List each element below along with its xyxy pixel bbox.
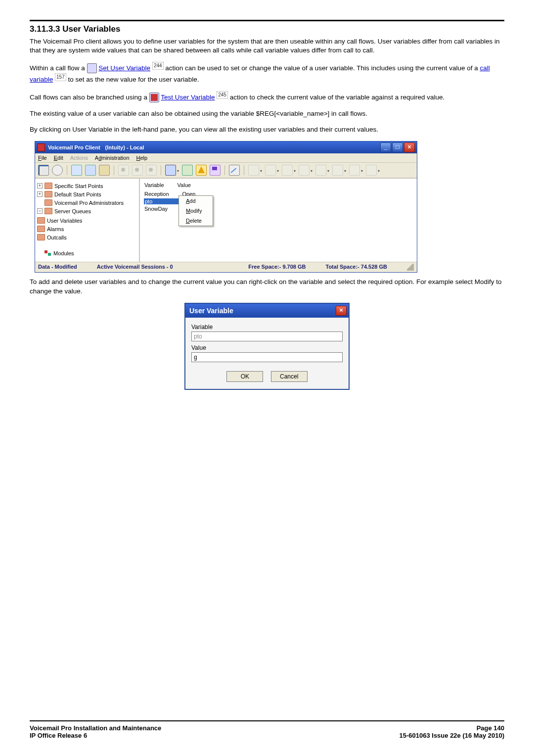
p2-b: action can be used to set or change the … (165, 64, 480, 72)
expand-icon[interactable]: + (37, 191, 43, 197)
config-actions-icon[interactable] (282, 165, 296, 176)
telephony-actions-icon[interactable] (299, 165, 312, 176)
tree-modules[interactable]: Modules (37, 249, 137, 257)
paragraph-5: By clicking on User Variable in the left… (30, 125, 504, 134)
col-value: Value (177, 182, 203, 189)
cancel-button[interactable]: Cancel (271, 371, 308, 382)
folder-icon (37, 226, 45, 232)
tree-outcalls[interactable]: Outcalls (37, 233, 137, 241)
paragraph-3: Call flows can also be branched using a … (30, 91, 504, 102)
label-value: Value (191, 344, 343, 351)
resize-grip-icon[interactable] (407, 264, 414, 271)
user-edit-icon (132, 165, 143, 176)
maximize-button[interactable]: □ (392, 142, 403, 152)
folder-icon (44, 208, 52, 214)
connector-tool[interactable] (165, 165, 179, 176)
toolbar-separator (244, 165, 244, 175)
app-subtitle: (Intuity) - Local (105, 144, 144, 150)
app-window: Voicemail Pro Client (Intuity) - Local _… (35, 141, 417, 273)
footer-rule (30, 720, 504, 721)
menu-administration[interactable]: Administration (95, 155, 130, 161)
p3-b: action to check the current value of the… (230, 94, 445, 101)
toolbar-separator (67, 165, 67, 175)
ok-button[interactable]: OK (226, 371, 263, 382)
dialog-close-button[interactable]: × (336, 306, 347, 316)
folder-icon (37, 234, 45, 240)
paste-icon[interactable] (99, 165, 110, 176)
menu-edit[interactable]: Edit (54, 155, 63, 161)
user-add-icon (118, 165, 129, 176)
tree-server-queues[interactable]: − Server Queues (37, 207, 137, 215)
tree-label: Modules (53, 250, 74, 256)
context-menu: Add Modify Delete (178, 195, 213, 226)
cut-icon[interactable] (71, 165, 82, 176)
page-ref-157: 157 (55, 73, 66, 81)
flag-icon[interactable] (210, 165, 221, 176)
app-icon (37, 143, 45, 151)
input-value[interactable] (191, 352, 343, 362)
ctx-modify[interactable]: Modify (179, 206, 213, 216)
tree-label: Voicemail Pro Administrators (54, 200, 124, 206)
variable-list-pane: Variable Value Reception Open pto SnowDa… (140, 179, 417, 262)
statusbar: Data - Modified Active Voicemail Session… (35, 262, 417, 272)
folder-icon (44, 199, 52, 206)
save-icon[interactable] (38, 165, 49, 176)
copy-icon[interactable] (85, 165, 96, 176)
status-data: Data - Modified (38, 264, 77, 271)
tree-specific-start-points[interactable]: + Specific Start Points (37, 182, 137, 190)
variable-header: Variable Value (143, 181, 204, 189)
tree-label: Outcalls (47, 235, 67, 240)
preferences-icon[interactable] (52, 165, 63, 176)
app-title: Voicemail Pro Client (48, 144, 100, 150)
set-user-variable-link[interactable]: Set User Variable (98, 64, 150, 72)
test-user-variable-link[interactable]: Test User Variable (161, 94, 215, 101)
condition-actions-icon[interactable] (332, 165, 346, 176)
collapse-icon[interactable]: − (37, 208, 43, 214)
menubar: File Edit Actions Administration Help (35, 153, 417, 163)
footer: Voicemail Pro Installation and Maintenan… (30, 724, 504, 739)
tree-user-variables[interactable]: User Variables (37, 216, 137, 225)
status-total-space: Total Space:- 74.528 GB (325, 264, 387, 271)
warning-icon[interactable] (196, 165, 207, 176)
cell-variable: Reception (144, 190, 181, 197)
paragraph-6: To add and delete user variables and to … (30, 278, 504, 295)
tree-alarms[interactable]: Alarms (37, 225, 137, 233)
label-variable: Variable (191, 324, 343, 331)
ctx-delete[interactable]: Delete (179, 216, 213, 226)
modules-icon (44, 250, 51, 256)
user-variable-dialog: User Variable × Variable Value OK Cancel (184, 303, 350, 390)
pencil-icon[interactable] (229, 165, 240, 176)
menu-help[interactable]: Help (136, 155, 148, 161)
menu-file[interactable]: File (38, 155, 47, 161)
dialog-titlebar: User Variable × (185, 304, 349, 318)
close-button[interactable]: × (404, 142, 415, 152)
toolbar-separator (114, 165, 114, 175)
menu-actions: Actions (70, 155, 88, 161)
user-delete-icon (146, 165, 157, 176)
folder-icon (37, 217, 45, 224)
test-user-variable-icon (149, 93, 159, 102)
tree-label: Server Queues (54, 208, 91, 214)
misc-actions-icon[interactable] (315, 165, 329, 176)
queue-actions-icon[interactable] (366, 165, 380, 176)
expand-icon[interactable]: + (37, 183, 43, 189)
tree-label: Alarms (47, 226, 64, 232)
db-actions-icon[interactable] (349, 165, 363, 176)
tree-default-start-points[interactable]: + Default Start Points (37, 190, 137, 198)
input-variable (191, 331, 343, 341)
ctx-add[interactable]: Add (179, 196, 213, 206)
toolbar-separator (224, 165, 225, 175)
footer-page: Page 140 (400, 724, 505, 732)
folder-icon (44, 183, 52, 189)
toolbar-separator (161, 165, 161, 175)
minimize-button[interactable]: _ (380, 142, 391, 152)
basic-actions-icon[interactable] (248, 165, 262, 176)
titlebar: Voicemail Pro Client (Intuity) - Local _… (35, 142, 417, 153)
play-icon[interactable] (182, 165, 193, 176)
mailbox-actions-icon[interactable] (265, 165, 279, 176)
tree-vmpro-admins[interactable]: Voicemail Pro Administrators (37, 198, 137, 207)
footer-release: IP Office Release 6 (30, 732, 161, 739)
status-free-space: Free Space:- 9.708 GB (248, 264, 306, 271)
dialog-title: User Variable (189, 307, 233, 315)
paragraph-2: Within a call flow a Set User Variable 2… (30, 62, 504, 84)
